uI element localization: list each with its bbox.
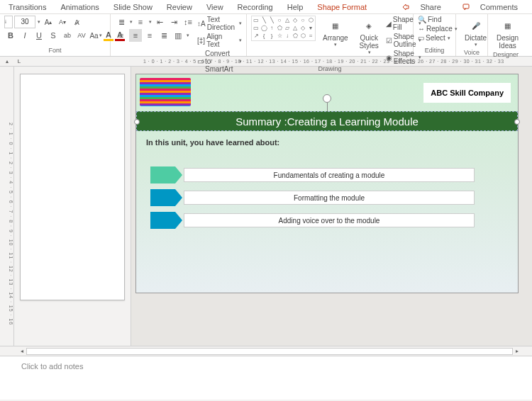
bullet-row-1[interactable]: Fundamentals of creating a module <box>150 166 475 183</box>
slide-canvas[interactable]: ABC Skill Company Summary :Creating a Le… <box>131 67 532 346</box>
slide-logo-image[interactable] <box>140 78 191 106</box>
ribbon-toolbar: ᵢ 30▾ A▴ A▾ A̷ B I U S ab AV Aa▾ A A Fon… <box>0 14 532 57</box>
notes-pane[interactable]: Click to add notes <box>0 356 532 400</box>
change-case-icon[interactable]: Aa▾ <box>89 29 102 42</box>
increase-indent-icon[interactable]: ⇥ <box>167 16 180 28</box>
align-left-icon[interactable]: ≡ <box>115 29 128 42</box>
tab-animations[interactable]: Animations <box>53 1 106 13</box>
bullet-row-3[interactable]: Adding voice over to the module <box>150 212 475 229</box>
line-spacing-icon[interactable]: ↕≡ <box>182 16 194 28</box>
char-spacing-icon[interactable]: AV <box>75 29 88 42</box>
text-direction-button[interactable]: ↕A Text Direction▾ <box>197 16 242 31</box>
scroll-left-icon[interactable]: ◂ <box>18 348 26 354</box>
company-name-text[interactable]: ABC Skill Company <box>423 83 511 103</box>
design-ideas-button[interactable]: ▦Design Ideas <box>492 16 523 51</box>
font-size-input[interactable]: 30 <box>14 16 35 28</box>
tab-transitions[interactable]: Transitions <box>1 1 53 13</box>
align-center-icon[interactable]: ≡ <box>129 29 142 42</box>
replace-button[interactable]: ↔ Replace▾ <box>418 25 458 33</box>
columns-icon[interactable]: ▥ <box>172 29 184 42</box>
tab-shape-format[interactable]: Shape Format <box>310 1 374 13</box>
bullets-icon[interactable]: ≣ <box>115 16 128 28</box>
editor-area: 2 · 1 · 0 · 1 · 2 · 3 · 4 · 5 · 6 · 7 · … <box>0 67 532 346</box>
clear-formatting-icon[interactable]: A̷ <box>70 16 83 28</box>
tab-slideshow[interactable]: Slide Show <box>106 1 160 13</box>
rotation-handle-line <box>327 103 328 111</box>
comments-button[interactable]: Comments <box>455 1 532 13</box>
ribbon-tabs: Transitions Animations Slide Show Review… <box>0 0 532 14</box>
tab-recording[interactable]: Recording <box>231 1 280 13</box>
horizontal-scrollbar[interactable]: ◂ ▸ <box>0 346 532 356</box>
group-label-designer: Designer <box>492 51 519 59</box>
group-label-voice: Voice <box>460 49 483 57</box>
vertical-ruler[interactable]: 2 · 1 · 0 · 1 · 2 · 3 · 4 · 5 · 6 · 7 · … <box>0 67 14 346</box>
shapes-gallery[interactable]: ▭╲╲○△◇○⬡ ▭◯↑⬠▱△◇▾ ↗{}☆↓⬠⬡= <box>251 16 316 41</box>
shadow-icon[interactable]: ab <box>61 29 74 42</box>
scrollbar-track[interactable] <box>26 348 513 355</box>
bullet-row-2[interactable]: Formatting the module <box>150 189 475 206</box>
quick-styles-button[interactable]: ◈Quick Styles▾ <box>355 16 383 57</box>
group-voice: 🎤Dictate▾ Voice <box>456 14 488 56</box>
tab-view[interactable]: View <box>199 1 231 13</box>
collapse-thumbnails-icon[interactable]: ▴ <box>6 58 9 64</box>
bold-icon[interactable]: B <box>4 29 17 42</box>
slide-title-shape[interactable]: Summary :Creating a Learning Module <box>136 111 518 131</box>
group-font: ᵢ 30▾ A▴ A▾ A̷ B I U S ab AV Aa▾ A A Fon… <box>0 14 111 56</box>
tab-review[interactable]: Review <box>160 1 199 13</box>
group-editing: 🔍 Find ↔ Replace▾ ▭ Select▾ Editing <box>414 14 456 56</box>
share-button[interactable]: Share <box>395 1 455 13</box>
italic-icon[interactable]: I <box>18 29 31 42</box>
font-name-dropdown[interactable]: ᵢ <box>4 16 13 28</box>
align-right-icon[interactable]: ≡ <box>143 29 156 42</box>
group-designer: ▦Design Ideas Designer <box>488 14 523 56</box>
scroll-right-icon[interactable]: ▸ <box>513 348 521 354</box>
strikethrough-icon[interactable]: S <box>47 29 60 42</box>
group-paragraph: ≣▾ ≡▾ ⇤ ⇥ ↕≡ ≡ ≡ ≡ ≣ ▥▾ ↕A Text Directio… <box>111 14 247 56</box>
decrease-indent-icon[interactable]: ⇤ <box>153 16 166 28</box>
group-label-font: Font <box>4 47 106 55</box>
arrange-button[interactable]: ▦Arrange▾ <box>318 16 353 49</box>
group-drawing: ▭╲╲○△◇○⬡ ▭◯↑⬠▱△◇▾ ↗{}☆↓⬠⬡= ▦Arrange▾ ◈Qu… <box>247 14 414 56</box>
increase-font-icon[interactable]: A▴ <box>42 16 55 28</box>
align-text-button[interactable]: [‡] Align Text▾ <box>197 33 242 48</box>
rotation-handle-icon[interactable] <box>323 94 331 103</box>
group-label-editing: Editing <box>418 47 451 55</box>
numbering-icon[interactable]: ≡ <box>134 16 147 28</box>
horizontal-ruler[interactable]: 1 · 0 · 1 · 2 · 3 · 4 · 5 · 6 · 7 · 8 · … <box>23 59 532 64</box>
slide-intro-text[interactable]: In this unit, you have learned about: <box>146 138 279 147</box>
slide-thumbnails-panel[interactable] <box>14 67 131 346</box>
slide[interactable]: ABC Skill Company Summary :Creating a Le… <box>135 74 519 293</box>
tab-help[interactable]: Help <box>280 1 311 13</box>
slide-thumbnail-1[interactable] <box>20 74 125 300</box>
decrease-font-icon[interactable]: A▾ <box>56 16 69 28</box>
select-button[interactable]: ▭ Select▾ <box>418 34 450 42</box>
underline-icon[interactable]: U <box>33 29 45 42</box>
dictate-button[interactable]: 🎤Dictate▾ <box>460 16 491 49</box>
svg-rect-0 <box>463 4 469 9</box>
justify-icon[interactable]: ≣ <box>157 29 170 42</box>
find-button[interactable]: 🔍 Find <box>418 16 441 23</box>
